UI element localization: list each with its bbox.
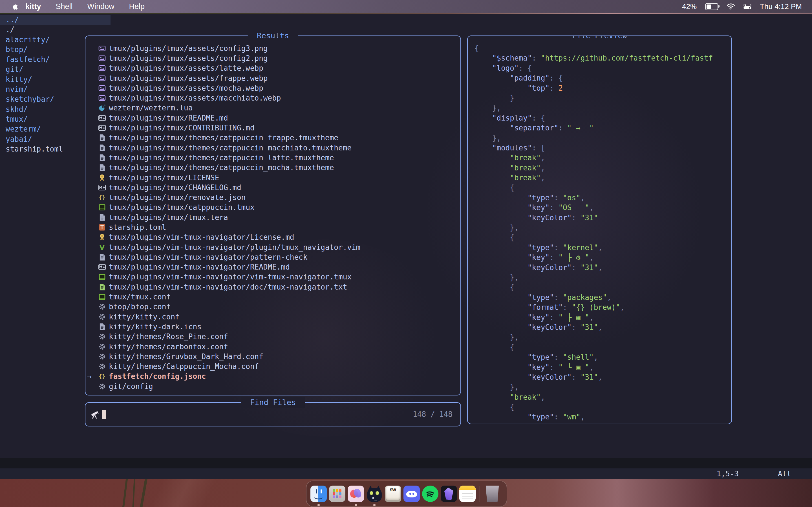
- dock-app-discord: [403, 486, 420, 502]
- result-row[interactable]: kitty/kitty-dark.icns: [86, 322, 459, 332]
- launchpad-dock-icon[interactable]: [329, 486, 345, 502]
- doc-icon: [98, 323, 106, 330]
- code-line: },: [474, 133, 730, 143]
- result-row[interactable]: tmux/plugins/tmux/assets/macchiato.webp: [86, 93, 459, 103]
- doc-icon: [98, 144, 106, 152]
- result-file-name: kitty/themes/Rose_Pine.conf: [109, 332, 228, 341]
- code-line: "break",: [474, 173, 730, 183]
- svg-text:{}: {}: [99, 194, 105, 201]
- result-file-name: tmux/tmux.conf: [109, 293, 170, 301]
- menu-app-name[interactable]: kitty: [26, 2, 41, 11]
- sidebar-item[interactable]: ../: [0, 15, 110, 25]
- result-row[interactable]: kitty/themes/Catppuccin_Mocha.conf: [86, 362, 459, 372]
- result-row[interactable]: kitty/kitty.conf: [86, 312, 459, 322]
- result-row[interactable]: tmux/plugins/tmux/CONTRIBUTING.md: [86, 123, 459, 133]
- menu-item-shell[interactable]: Shell: [56, 2, 73, 11]
- result-row[interactable]: tmux/plugins/tmux/catppuccin.tmux: [86, 203, 459, 212]
- result-row[interactable]: tmux/plugins/tmux/themes/catppuccin_macc…: [86, 143, 459, 153]
- result-row[interactable]: Vtmux/plugins/vim-tmux-navigator/plugin/…: [86, 242, 459, 252]
- result-row[interactable]: tmux/plugins/tmux/themes/catppuccin_latt…: [86, 153, 459, 163]
- markdown-icon: [98, 124, 106, 131]
- wifi-icon[interactable]: [726, 3, 735, 10]
- dock-separator: [479, 486, 480, 502]
- result-row[interactable]: →{}fastfetch/config.jsonc: [86, 372, 459, 381]
- dock-app-arc: [348, 486, 364, 502]
- keycap-dock-icon[interactable]: $W: [385, 486, 401, 502]
- code-line: {: [474, 342, 730, 352]
- discord-dock-icon[interactable]: [403, 486, 420, 502]
- result-file-name: tmux/plugins/tmux/README.md: [109, 114, 228, 122]
- result-row[interactable]: tmux/plugins/vim-tmux-navigator/README.m…: [86, 262, 459, 272]
- sidebar-item-label: git/: [6, 65, 23, 73]
- arc-dock-icon[interactable]: [348, 486, 364, 502]
- spotify-dock-icon[interactable]: [422, 486, 439, 502]
- menu-bar-clock[interactable]: Thu 4:12 PM: [760, 2, 802, 11]
- code-line: "key": " └ ▣ ",: [474, 362, 730, 372]
- result-row[interactable]: tmux/plugins/tmux/assets/latte.webp: [86, 63, 459, 73]
- result-file-name: tmux/plugins/tmux/tmux.tera: [109, 213, 228, 222]
- result-row[interactable]: kitty/themes/carbonfox.conf: [86, 342, 459, 351]
- result-row[interactable]: tmux/plugins/tmux/assets/mocha.webp: [86, 83, 459, 93]
- kitty-dock-icon[interactable]: >_: [366, 486, 383, 502]
- result-row[interactable]: tmux/plugins/tmux/assets/config2.png: [86, 53, 459, 63]
- result-row[interactable]: tmux/plugins/vim-tmux-navigator/doc/tmux…: [86, 282, 459, 292]
- menu-bar-status: 42% Thu 4:12 PM: [682, 2, 812, 11]
- results-list: tmux/plugins/tmux/assets/config3.pngtmux…: [86, 43, 459, 393]
- result-row[interactable]: tmux/plugins/tmux/themes/catppuccin_frap…: [86, 133, 459, 143]
- result-file-name: tmux/plugins/tmux/CONTRIBUTING.md: [109, 124, 255, 132]
- result-file-name: tmux/plugins/tmux/assets/config3.png: [109, 44, 268, 53]
- obsidian-dock-icon[interactable]: [441, 486, 457, 502]
- result-file-name: tmux/plugins/vim-tmux-navigator/License.…: [109, 233, 294, 241]
- result-row[interactable]: tmux/plugins/vim-tmux-navigator/pattern-…: [86, 252, 459, 262]
- notes-dock-icon[interactable]: [459, 486, 476, 502]
- control-center-icon[interactable]: [744, 3, 751, 10]
- result-row[interactable]: tmux/plugins/tmux/themes/catppuccin_moch…: [86, 163, 459, 173]
- result-file-name: fastfetch/config.jsonc: [109, 372, 206, 381]
- battery-percent: 42%: [682, 2, 697, 11]
- result-row[interactable]: tmux/plugins/vim-tmux-navigator/vim-tmux…: [86, 272, 459, 282]
- result-row[interactable]: tmux/plugins/vim-tmux-navigator/License.…: [86, 232, 459, 242]
- find-files-box[interactable]: Find Files 148 / 148: [85, 402, 461, 427]
- markdown-icon: [98, 114, 106, 122]
- result-row[interactable]: wezterm/wezterm.lua: [86, 103, 459, 113]
- svg-text:V: V: [100, 244, 105, 251]
- sidebar-item[interactable]: ./: [0, 25, 110, 35]
- json-icon: {}: [98, 373, 106, 380]
- result-row[interactable]: tmux/plugins/tmux/tmux.tera: [86, 212, 459, 222]
- result-row[interactable]: tmux/plugins/tmux/LICENSE: [86, 173, 459, 182]
- result-row[interactable]: tmux/tmux.conf: [86, 292, 459, 302]
- file-preview-panel: File Preview { "$schema": "https://githu…: [467, 36, 732, 424]
- result-row[interactable]: btop/btop.conf: [86, 302, 459, 312]
- menu-item-help[interactable]: Help: [129, 2, 145, 11]
- sidebar-item-label: sketchybar/: [6, 95, 54, 103]
- result-counter: 148 / 148: [413, 410, 453, 418]
- markdown-icon: [98, 184, 106, 191]
- vim-icon: V: [98, 244, 106, 251]
- prompt-cursor[interactable]: [102, 410, 106, 419]
- result-row[interactable]: tmux/plugins/tmux/assets/frappe.webp: [86, 73, 459, 83]
- doc-icon: [98, 134, 106, 142]
- finder-dock-icon[interactable]: [310, 486, 327, 502]
- menu-item-window[interactable]: Window: [87, 2, 114, 11]
- trash-dock-icon[interactable]: [484, 486, 500, 502]
- result-row[interactable]: {}tmux/plugins/tmux/renovate.json: [86, 192, 459, 202]
- code-line: "display": {: [474, 113, 730, 123]
- image-icon: [98, 64, 106, 72]
- result-row[interactable]: git/config: [86, 381, 459, 391]
- result-file-name: tmux/plugins/tmux/themes/catppuccin_moch…: [109, 163, 334, 172]
- result-row[interactable]: tmux/plugins/tmux/README.md: [86, 113, 459, 123]
- code-line: "keyColor": "31",: [474, 263, 730, 273]
- gear-icon: [98, 303, 106, 311]
- code-line: "type": "os",: [474, 193, 730, 203]
- result-row[interactable]: tmux/plugins/tmux/CHANGELOG.md: [86, 182, 459, 192]
- code-line: "keyColor": "31",: [474, 323, 730, 332]
- result-file-name: git/config: [109, 382, 153, 391]
- battery-icon[interactable]: [705, 3, 718, 10]
- result-row[interactable]: tmux/plugins/tmux/assets/config3.png: [86, 43, 459, 53]
- result-row[interactable]: kitty/themes/Gruvbox_Dark_Hard.conf: [86, 351, 459, 361]
- result-row[interactable]: starship.toml: [86, 222, 459, 232]
- image-icon: [98, 94, 106, 102]
- result-row[interactable]: kitty/themes/Rose_Pine.conf: [86, 332, 459, 342]
- scroll-indicator: All: [778, 468, 791, 479]
- apple-menu-icon[interactable]: [13, 4, 18, 10]
